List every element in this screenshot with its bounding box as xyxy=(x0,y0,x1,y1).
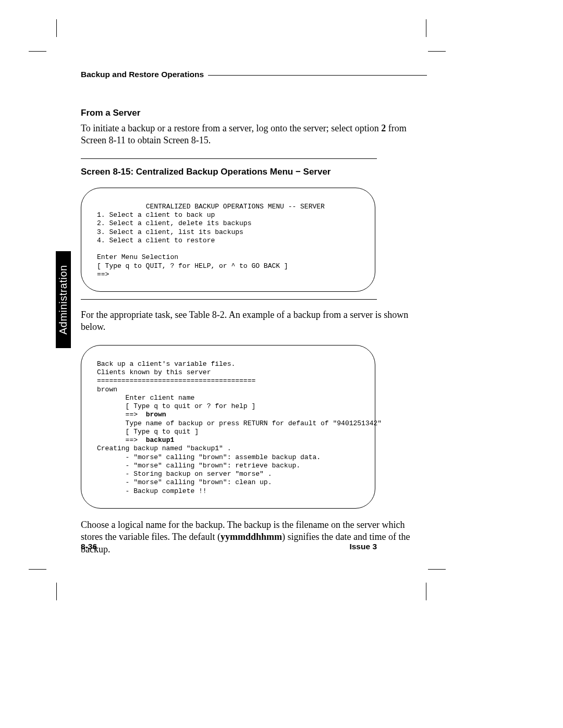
rule xyxy=(81,158,377,159)
s2-l9: [ Type q to quit ] xyxy=(97,428,199,436)
s2-l15: - "morse" calling "brown": clean up. xyxy=(97,478,272,486)
screen-box-2: Back up a client's variable files. Clien… xyxy=(81,345,375,509)
s1-title: CENTRALIZED BACKUP OPERATIONS MENU -- SE… xyxy=(146,203,325,211)
screen-box-1: CENTRALIZED BACKUP OPERATIONS MENU -- SE… xyxy=(81,188,375,292)
footer: 8-36 Issue 3 xyxy=(81,541,377,551)
crop-mark xyxy=(56,19,57,37)
crop-mark xyxy=(29,51,46,52)
issue-number: Issue 3 xyxy=(349,542,377,551)
side-tab: Administration xyxy=(56,251,71,348)
s1-l1: 1. Select a client to back up xyxy=(97,211,215,219)
intro-paragraph: To initiate a backup or a restore from a… xyxy=(81,122,427,147)
crop-mark xyxy=(29,569,46,570)
s1-l3: 3. Select a client, list its backups xyxy=(97,228,243,236)
running-head-text: Backup and Restore Operations xyxy=(81,70,204,79)
mid-paragraph: For the appropriate task, see Table 8-2.… xyxy=(81,309,427,334)
crop-mark xyxy=(426,583,426,600)
screen-caption: Screen 8-15: Centralized Backup Operatio… xyxy=(81,167,427,177)
s2-l5: Enter client name xyxy=(97,394,194,402)
s2-l14: - Storing backup on server "morse" . xyxy=(97,470,272,478)
s1-l6: [ Type q to QUIT, ? for HELP, or ^ to GO… xyxy=(97,262,288,270)
s2-l16: - Backup complete !! xyxy=(97,487,207,495)
crop-mark xyxy=(56,583,57,600)
running-head-rule xyxy=(208,75,427,76)
running-head: Backup and Restore Operations xyxy=(81,70,427,79)
s2-l12: - "morse" calling "brown": assemble back… xyxy=(97,453,321,461)
s2-l8: Type name of backup or press RETURN for … xyxy=(97,419,382,427)
s1-l7: ==> xyxy=(97,270,109,278)
s1-l2: 2. Select a client, delete its backups xyxy=(97,219,251,227)
s2-l3: ======================================= xyxy=(97,377,255,385)
screen-1-content: CENTRALIZED BACKUP OPERATIONS MENU -- SE… xyxy=(97,203,362,279)
s2-input-backup1: backup1 xyxy=(146,436,175,444)
intro-pre: To initiate a backup or a restore from a… xyxy=(81,123,381,133)
intro-option-number: 2 xyxy=(381,123,386,133)
closing-bold: yymmddhhmm xyxy=(221,532,282,542)
s2-l10a: ==> xyxy=(97,436,146,444)
crop-mark xyxy=(428,51,446,52)
s1-l4: 4. Select a client to restore xyxy=(97,237,215,244)
s2-l6: [ Type q to quit or ? for help ] xyxy=(97,402,255,410)
s2-input-brown: brown xyxy=(146,411,166,418)
screen-2-content: Back up a client's variable files. Clien… xyxy=(97,360,362,496)
page: Administration Backup and Restore Operat… xyxy=(0,0,563,728)
s2-l1: Back up a client's variable files. xyxy=(97,360,235,368)
s1-l5: Enter Menu Selection xyxy=(97,253,178,261)
section-title: From a Server xyxy=(81,108,427,118)
crop-mark xyxy=(426,19,426,37)
crop-mark xyxy=(428,569,446,570)
page-number: 8-36 xyxy=(81,542,97,551)
s2-l2: Clients known by this server xyxy=(97,368,211,376)
s2-l4: brown xyxy=(97,386,117,393)
content-area: Backup and Restore Operations From a Ser… xyxy=(81,70,427,556)
s2-l11: Creating backup named "backup1" . xyxy=(97,445,231,452)
s2-l13: - "morse" calling "brown": retrieve back… xyxy=(97,462,300,470)
s2-l7a: ==> xyxy=(97,411,146,418)
